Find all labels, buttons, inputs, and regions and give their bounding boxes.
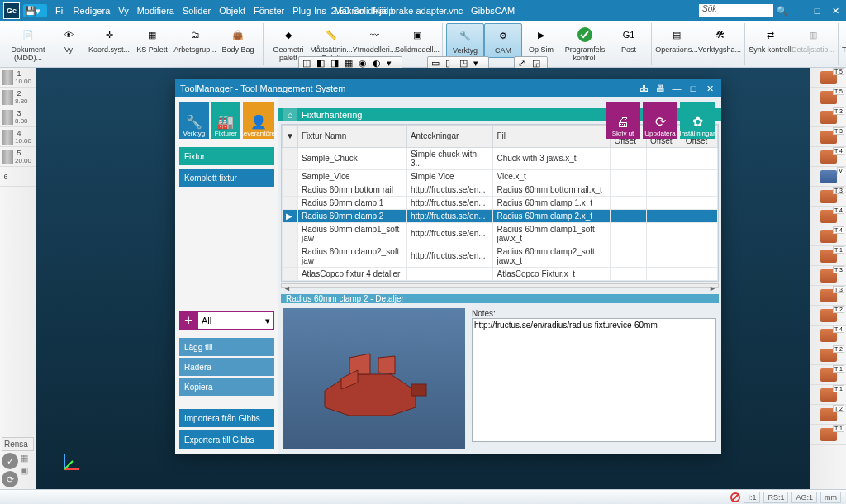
tool-slot[interactable]: 38.00: [0, 107, 36, 127]
table-row[interactable]: Radius 60mm clamp2_soft jawhttp://fructu…: [283, 245, 718, 267]
tile-print[interactable]: 🖨Skriv ut: [606, 102, 640, 139]
tile-settings[interactable]: ✿Inställningar: [680, 102, 715, 139]
operation-slot[interactable]: T 2: [810, 405, 846, 425]
dialog-titlebar[interactable]: ToolManager - Tool Management System 🖧 🖶…: [175, 79, 721, 97]
operation-slot[interactable]: T 4: [810, 207, 846, 226]
table-row[interactable]: AtlasCopco fixtur 4 detaljerAtlasCopco F…: [283, 267, 718, 280]
table-row[interactable]: Radius 60mm bottom railhttp://fructus.se…: [283, 183, 718, 196]
dialog-icon1[interactable]: 🖧: [637, 82, 650, 95]
ribbon-programfels[interactable]: Programfels kontroll: [560, 23, 610, 64]
operation-slot[interactable]: T 4: [810, 147, 846, 167]
action-laggtill[interactable]: Lägg till: [179, 338, 274, 356]
action-kopiera[interactable]: Kopiera: [179, 378, 274, 396]
rensa-refresh[interactable]: ⟳: [2, 471, 18, 487]
ribbon-koord[interactable]: ✛Koord.syst...: [88, 23, 131, 56]
search-icon[interactable]: 🔍: [777, 6, 788, 17]
operation-slot[interactable]: T 1: [810, 365, 846, 385]
search-input[interactable]: Sök: [699, 4, 773, 17]
rensa-check[interactable]: ✓: [2, 453, 18, 469]
sidebar-komplett[interactable]: Komplett fixtur: [179, 169, 274, 187]
ribbon-cam[interactable]: ⚙CAM: [484, 23, 522, 58]
close-button[interactable]: ✕: [828, 4, 843, 17]
viewport-3d[interactable]: ToolManager - Tool Management System 🖧 🖶…: [36, 68, 810, 489]
col-ant[interactable]: Anteckningar: [406, 125, 493, 147]
filter-icon[interactable]: ▼: [283, 125, 298, 147]
minimize-button[interactable]: —: [791, 4, 806, 17]
dialog-close[interactable]: ✕: [703, 82, 716, 95]
tab-verktyg[interactable]: 🔧Verktyg: [179, 102, 209, 139]
operation-slot[interactable]: T 2: [810, 306, 846, 326]
operation-slot[interactable]: T 3: [810, 107, 846, 127]
ribbon-synk[interactable]: ⇄Synk kontroll: [749, 23, 791, 56]
action-radera[interactable]: Radera: [179, 358, 274, 376]
table-row[interactable]: Sample_ViceSimple ViceVice.x_t: [283, 169, 718, 183]
maximize-button[interactable]: □: [810, 4, 825, 17]
ribbon-bodybag[interactable]: 👜Body Bag: [216, 23, 259, 56]
dialog-icon2[interactable]: 🖶: [654, 82, 667, 95]
menu-fil[interactable]: Fil: [55, 6, 65, 16]
tool-slot[interactable]: 28.80: [0, 88, 36, 107]
operation-slot[interactable]: T 1: [810, 425, 846, 445]
operation-slot[interactable]: V: [810, 167, 846, 187]
table-row[interactable]: Radius 60mm clamp 1http://fructus.se/en.…: [283, 196, 718, 209]
add-button[interactable]: +: [179, 311, 197, 330]
menu-redigera[interactable]: Redigera: [74, 6, 111, 16]
tab-fixturer[interactable]: 🏭Fixturer: [212, 102, 241, 139]
operation-slot[interactable]: T 4: [810, 326, 846, 345]
operation-slot[interactable]: T 3: [810, 187, 846, 207]
menu-vy[interactable]: Vy: [118, 6, 128, 16]
ribbon-dokument[interactable]: 📄Dokument (MDD)...: [7, 23, 50, 64]
ribbon-ks-palett[interactable]: ▦KS Palett: [131, 23, 173, 56]
ribbon-arbetsgrup[interactable]: 🗂Arbetsgrup...: [173, 23, 216, 56]
table-row[interactable]: Sample_ChuckSimple chuck with 3...Chuck …: [283, 147, 718, 169]
menu-objekt[interactable]: Objekt: [219, 6, 245, 16]
ribbon-vy[interactable]: 👁Vy: [50, 23, 88, 56]
col-fil[interactable]: Fil: [493, 125, 611, 147]
tool-slot[interactable]: 6: [0, 167, 36, 187]
dropdown-icon[interactable]: ▾: [36, 6, 45, 16]
rensa-opt2[interactable]: ▣: [20, 465, 28, 476]
operation-slot[interactable]: T 3: [810, 266, 846, 286]
ribbon-ytmodell[interactable]: 〰Ytmodelleri...: [353, 23, 396, 56]
quick-access[interactable]: 💾 ▾: [23, 4, 47, 17]
add-filter-select[interactable]: All▾: [197, 311, 274, 330]
operation-slot[interactable]: T 4: [810, 226, 846, 246]
table-row[interactable]: ▶Radius 60mm clamp 2http://fructus.se/en…: [283, 209, 718, 222]
tool-slot[interactable]: 110.00: [0, 68, 36, 88]
tile-update[interactable]: ⟳Uppdatera: [643, 102, 677, 139]
ribbon-post[interactable]: G1Post: [610, 23, 648, 56]
tool-slot[interactable]: 520.00: [0, 147, 36, 167]
operation-slot[interactable]: T 2: [810, 345, 846, 365]
dialog-minimize[interactable]: —: [670, 82, 683, 95]
menu-fonster[interactable]: Fönster: [254, 6, 284, 16]
dialog-maximize[interactable]: □: [687, 82, 700, 95]
menu-solider[interactable]: Solider: [183, 6, 211, 16]
operation-slot[interactable]: T 1: [810, 246, 846, 266]
tab-leverantorer[interactable]: 👤Leverantörer: [243, 102, 274, 139]
ribbon-toolmanager[interactable]: ToolManager: [842, 23, 846, 56]
save-icon[interactable]: 💾: [25, 6, 35, 16]
operation-slot[interactable]: T 3: [810, 127, 846, 147]
ribbon-opsim[interactable]: ▶Op Sim: [522, 23, 560, 56]
col-name[interactable]: Fixtur Namn: [297, 125, 406, 147]
menu-plugins[interactable]: Plug-Ins: [292, 6, 326, 16]
operation-slot[interactable]: T 5: [810, 88, 846, 107]
ribbon-verktyg[interactable]: 🔧Verktyg: [446, 23, 484, 58]
notes-textarea[interactable]: http://fructus.se/en/radius/radius-fixtu…: [472, 318, 716, 442]
grid-hscroll[interactable]: [281, 283, 719, 288]
ribbon-solidmodell[interactable]: ▣Solidmodell...: [396, 23, 439, 56]
sidebar-fixtur[interactable]: Fixtur: [179, 147, 274, 165]
home-icon[interactable]: ⌂: [283, 108, 297, 121]
ribbon-verktygsha[interactable]: 🛠Verktygsha...: [698, 23, 741, 56]
fixture-grid[interactable]: ▼ Fixtur Namn Anteckningar Fil X-Offset …: [281, 124, 719, 282]
table-row[interactable]: Radius 60mm clamp1_soft jawhttp://fructu…: [283, 222, 718, 245]
operation-slot[interactable]: T 5: [810, 68, 846, 88]
tool-slot[interactable]: 410.00: [0, 127, 36, 147]
action-export[interactable]: Exportera till Gibbs: [179, 430, 274, 449]
ribbon-operations[interactable]: ▤Operations...: [655, 23, 698, 56]
action-import[interactable]: Importera från Gibbs: [179, 409, 274, 427]
menu-modifiera[interactable]: Modifiera: [137, 6, 174, 16]
operation-slot[interactable]: T 1: [810, 385, 846, 405]
operation-slot[interactable]: T 3: [810, 286, 846, 306]
rensa-opt1[interactable]: ▦: [20, 453, 28, 464]
